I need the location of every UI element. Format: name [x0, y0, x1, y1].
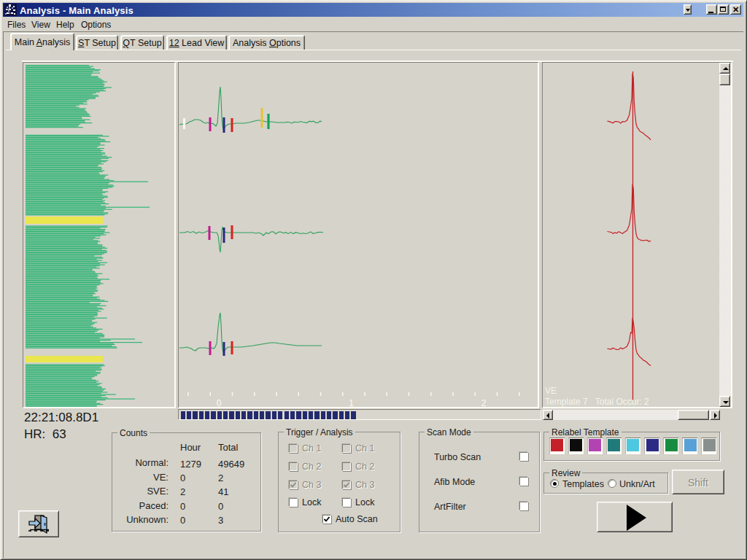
- svg-text:0: 0: [217, 398, 222, 408]
- svg-text:2: 2: [481, 398, 487, 408]
- svg-text:1: 1: [349, 398, 354, 408]
